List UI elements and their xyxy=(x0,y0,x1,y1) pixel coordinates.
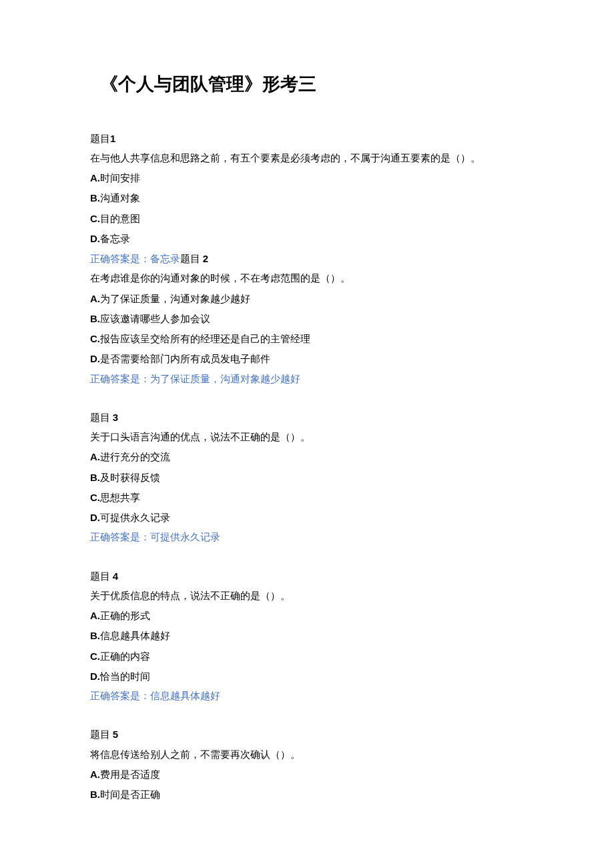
answer-line: 正确答案是：备忘录题目 2 xyxy=(90,249,524,269)
question-3: 题目 3 关于口头语言沟通的优点，说法不正确的是（）。 A.进行充分的交流 B.… xyxy=(90,408,524,548)
question-4: 题目 4 关于优质信息的特点，说法不正确的是（）。 A.正确的形式 B.信息越具… xyxy=(90,566,524,707)
option-d: D.是否需要给部门内所有成员发电子邮件 xyxy=(90,349,524,369)
option-b: B.应该邀请哪些人参加会议 xyxy=(90,309,524,329)
question-label: 题目 3 xyxy=(90,408,524,428)
answer: 正确答案是：为了保证质量，沟通对象越少越好 xyxy=(90,370,524,389)
answer: 正确答案是：信息越具体越好 xyxy=(90,687,524,706)
option-d: D.恰当的时间 xyxy=(90,667,524,687)
option-b: B.及时获得反馈 xyxy=(90,468,524,488)
question-1: 题目1 在与他人共享信息和思路之前，有五个要素是必须考虑的，不属于沟通五要素的是… xyxy=(90,129,524,270)
question-5: 题目 5 将信息传送给别人之前，不需要再次确认（）。 A.费用是否适度 B.时间… xyxy=(90,725,524,805)
question-2: 在考虑谁是你的沟通对象的时候，不在考虑范围的是（）。 A.为了保证质量，沟通对象… xyxy=(90,269,524,389)
option-a: A.为了保证质量，沟通对象越少越好 xyxy=(90,289,524,309)
option-a: A.正确的形式 xyxy=(90,606,524,626)
option-b: B.信息越具体越好 xyxy=(90,626,524,646)
option-c: C.目的意图 xyxy=(90,209,524,229)
option-c: C.正确的内容 xyxy=(90,646,524,667)
document-title: 《个人与团队管理》形考三 xyxy=(100,67,524,102)
option-d: D.可提供永久记录 xyxy=(90,508,524,528)
option-a: A.费用是否适度 xyxy=(90,765,524,785)
answer: 正确答案是：可提供永久记录 xyxy=(90,528,524,547)
question-label-inline: 题目 2 xyxy=(180,254,208,264)
question-text: 在与他人共享信息和思路之前，有五个要素是必须考虑的，不属于沟通五要素的是（）。 xyxy=(90,149,524,168)
answer: 正确答案是：备忘录 xyxy=(90,254,180,264)
question-text: 关于口头语言沟通的优点，说法不正确的是（）。 xyxy=(90,428,524,447)
option-d: D.备忘录 xyxy=(90,229,524,249)
question-label: 题目 4 xyxy=(90,566,524,586)
option-a: A.进行充分的交流 xyxy=(90,447,524,467)
option-b: B.时间是否正确 xyxy=(90,785,524,805)
question-text: 在考虑谁是你的沟通对象的时候，不在考虑范围的是（）。 xyxy=(90,269,524,288)
option-b: B.沟通对象 xyxy=(90,188,524,208)
question-label: 题目1 xyxy=(90,129,524,149)
option-a: A.时间安排 xyxy=(90,168,524,188)
question-label: 题目 5 xyxy=(90,725,524,745)
option-c: C.思想共享 xyxy=(90,488,524,508)
question-text: 关于优质信息的特点，说法不正确的是（）。 xyxy=(90,586,524,606)
option-c: C.报告应该呈交给所有的经理还是自己的主管经理 xyxy=(90,329,524,349)
question-text: 将信息传送给别人之前，不需要再次确认（）。 xyxy=(90,745,524,765)
